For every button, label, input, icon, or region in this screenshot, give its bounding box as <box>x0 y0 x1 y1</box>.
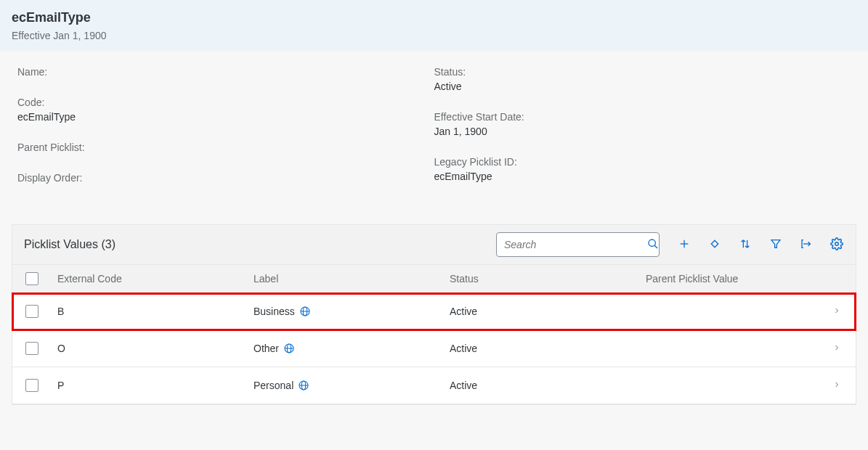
diamond-icon <box>709 238 721 252</box>
detail-value-code: ecEmailType <box>17 111 434 123</box>
svg-rect-4 <box>711 240 718 247</box>
page-subtitle: Effective Jan 1, 1900 <box>12 30 856 41</box>
column-header-external-code[interactable]: External Code <box>57 273 253 285</box>
chevron-right-icon <box>832 380 841 391</box>
row-navigate[interactable] <box>824 306 841 317</box>
cell-status: Active <box>450 306 646 317</box>
page-title: ecEmailType <box>12 10 856 25</box>
cell-label: Personal <box>253 380 450 391</box>
column-header-status[interactable]: Status <box>450 273 646 285</box>
row-navigate[interactable] <box>824 380 841 391</box>
plus-icon <box>678 238 690 252</box>
table-row[interactable]: B Business Active <box>12 293 856 330</box>
detail-label-legacy-id: Legacy Picklist ID: <box>434 156 851 168</box>
search-button[interactable] <box>640 238 666 252</box>
picklist-values-panel: Picklist Values (3) <box>12 224 856 405</box>
add-button[interactable] <box>677 237 691 252</box>
cell-label-text: Other <box>253 343 279 354</box>
export-icon <box>800 238 813 252</box>
sort-button[interactable] <box>738 237 753 252</box>
table-row[interactable]: P Personal Active <box>12 367 856 404</box>
filter-icon <box>770 238 782 252</box>
cell-label-text: Business <box>253 306 295 317</box>
cell-status: Active <box>450 380 646 391</box>
detail-label-status: Status: <box>434 66 851 78</box>
svg-point-7 <box>835 242 839 245</box>
svg-marker-5 <box>771 240 780 248</box>
row-checkbox[interactable] <box>25 305 38 318</box>
globe-icon[interactable] <box>283 343 295 354</box>
cell-label: Business <box>253 306 450 317</box>
cell-external-code: O <box>57 343 253 354</box>
export-button[interactable] <box>799 237 814 252</box>
table-header-row: External Code Label Status Parent Pickli… <box>12 265 856 293</box>
page-header: ecEmailType Effective Jan 1, 1900 <box>0 0 868 52</box>
row-checkbox[interactable] <box>25 379 38 392</box>
detail-label-effective-start: Effective Start Date: <box>434 111 851 123</box>
details-left-column: Name: Code: ecEmailType Parent Picklist:… <box>17 66 434 202</box>
row-checkbox[interactable] <box>25 342 38 355</box>
globe-icon[interactable] <box>299 306 311 317</box>
table-row[interactable]: O Other Active <box>12 330 856 367</box>
row-navigate[interactable] <box>824 343 841 354</box>
search-box[interactable] <box>496 232 660 257</box>
panel-title: Picklist Values (3) <box>24 238 496 251</box>
svg-point-0 <box>649 240 655 246</box>
detail-label-parent-picklist: Parent Picklist: <box>17 142 434 153</box>
chevron-right-icon <box>832 343 841 354</box>
detail-value-status: Active <box>434 81 851 92</box>
detail-label-display-order: Display Order: <box>17 172 434 184</box>
detail-value-effective-start: Jan 1, 1900 <box>434 126 851 137</box>
search-icon <box>647 238 659 252</box>
detail-label-name: Name: <box>17 66 434 78</box>
detail-value-legacy-id: ecEmailType <box>434 171 851 182</box>
column-header-label[interactable]: Label <box>253 273 450 285</box>
sort-icon <box>739 238 751 252</box>
svg-line-1 <box>654 245 657 248</box>
cell-external-code: P <box>57 380 253 391</box>
select-all-checkbox[interactable] <box>25 272 38 285</box>
settings-button[interactable] <box>830 237 844 252</box>
toolbar <box>677 237 844 252</box>
diamond-button[interactable] <box>707 237 722 252</box>
column-header-parent[interactable]: Parent Picklist Value <box>646 273 824 285</box>
gear-icon <box>830 237 843 253</box>
cell-label: Other <box>253 343 450 354</box>
chevron-right-icon <box>832 306 841 317</box>
filter-button[interactable] <box>768 237 783 252</box>
cell-status: Active <box>450 343 646 354</box>
panel-header: Picklist Values (3) <box>12 225 856 265</box>
details-right-column: Status: Active Effective Start Date: Jan… <box>434 66 851 202</box>
details-section: Name: Code: ecEmailType Parent Picklist:… <box>0 52 868 224</box>
globe-icon[interactable] <box>298 380 309 391</box>
cell-external-code: B <box>57 306 253 317</box>
search-input[interactable] <box>497 234 640 255</box>
cell-label-text: Personal <box>253 380 293 391</box>
detail-label-code: Code: <box>17 97 434 108</box>
